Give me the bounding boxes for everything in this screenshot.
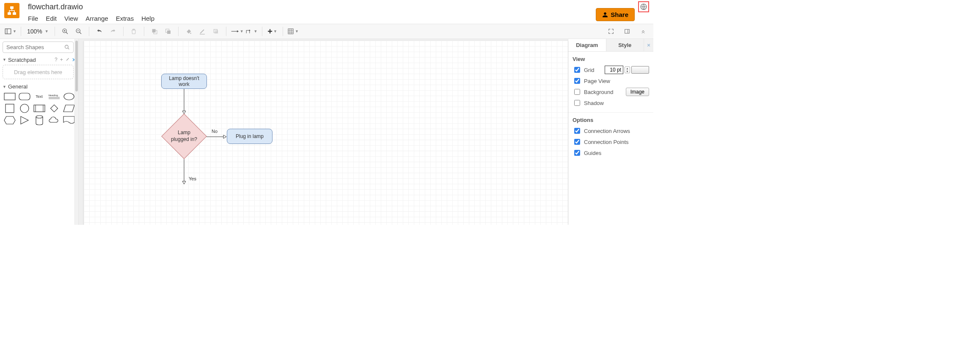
checkbox-page-view[interactable] [574,78,580,84]
checkbox-background[interactable] [574,89,580,95]
checkbox-grid[interactable] [574,67,580,73]
shape-cloud[interactable] [47,115,61,125]
panel-right-icon [624,28,630,34]
shape-diamond[interactable] [47,103,61,113]
scratchpad-help[interactable]: ? [55,57,58,63]
zoom-in-button[interactable] [59,25,71,37]
sidebar-scrollbar-thumb[interactable] [75,41,78,91]
svg-rect-1 [8,12,11,15]
menu-file[interactable]: File [28,15,38,22]
zoom-out-button[interactable] [73,25,85,37]
undo-button[interactable] [94,25,105,37]
shape-circle[interactable] [17,103,31,113]
edge-start-to-decision[interactable] [183,89,185,114]
format-panel-close[interactable]: × [644,39,653,51]
edge-decision-to-plug[interactable] [206,135,227,138]
shape-rounded-rectangle[interactable] [17,91,31,102]
insert-button[interactable]: +▼ [267,25,278,37]
checkbox-connection-points[interactable] [574,139,580,145]
node-decision-plugged-in[interactable]: Lampplugged in? [161,113,207,159]
header-right: Share [596,2,649,21]
shape-document[interactable] [62,115,76,125]
shape-ellipse[interactable] [62,91,76,102]
shape-hexagon[interactable] [3,115,17,125]
background-image-button[interactable]: Image [626,88,649,96]
scratchpad-add[interactable]: + [60,57,63,63]
shape-palette-general: Text Heading [3,91,78,125]
scratchpad-header[interactable]: ▼ Scratchpad ? + × [3,56,76,63]
shape-rectangle[interactable] [3,91,17,102]
canvas[interactable]: Lamp doesn't work Lampplugged in? No Plu… [79,39,568,225]
checkbox-shadow[interactable] [574,100,580,106]
label-connection-arrows: Connection Arrows [584,128,630,134]
grid-size-input[interactable] [605,66,623,74]
waypoint-style-button[interactable]: ▼ [245,25,258,37]
menu-edit[interactable]: Edit [46,15,57,22]
shape-text[interactable]: Text [32,91,46,102]
scratchpad-dropzone[interactable]: Drag elements here [3,65,74,79]
fill-color-button[interactable] [183,25,195,37]
general-header[interactable]: ▼ General [3,83,76,90]
node-lamp-doesnt-work[interactable]: Lamp doesn't work [161,74,207,89]
redo-button[interactable] [107,25,119,37]
svg-point-33 [64,93,74,100]
table-button[interactable]: ▼ [287,25,299,37]
menu-extras[interactable]: Extras [116,15,134,22]
section-options: Options Connection Arrows Connection Poi… [568,113,653,162]
share-button[interactable]: Share [596,8,635,21]
language-button[interactable] [639,3,648,11]
share-label: Share [611,11,628,18]
label-guides: Guides [584,150,601,156]
zoom-out-icon [75,28,82,35]
stepper-down-icon[interactable]: ▼ [625,70,630,73]
svg-point-29 [65,45,69,49]
menu-view[interactable]: View [64,15,78,22]
connection-style-button[interactable]: ▼ [231,25,244,37]
pencil-icon [66,57,70,61]
shape-square[interactable] [3,103,17,113]
document-title[interactable]: flowchart.drawio [28,2,596,11]
edge-label-no[interactable]: No [212,129,217,134]
svg-rect-4 [5,29,11,34]
tab-diagram[interactable]: Diagram [568,39,606,51]
grid-size-stepper[interactable]: ▲▼ [625,66,630,73]
zoom-select[interactable]: 100%▼ [25,28,50,35]
shape-cylinder[interactable] [32,115,46,125]
checkbox-connection-arrows[interactable] [574,128,580,134]
chevron-double-up-icon [641,28,646,34]
node-plug-in-lamp[interactable]: Plug in lamp [227,129,273,144]
shape-heading[interactable]: Heading [47,91,61,102]
shape-process[interactable] [32,103,46,113]
menu-arrange[interactable]: Arrange [85,15,108,22]
svg-rect-17 [200,34,205,34]
format-panel-toggle[interactable] [621,25,633,37]
stepper-up-icon[interactable]: ▲ [625,67,630,70]
to-front-button[interactable] [149,25,160,37]
tab-style[interactable]: Style [606,39,644,51]
line-color-button[interactable] [196,25,208,37]
svg-rect-31 [4,93,15,100]
menu-help[interactable]: Help [141,15,154,22]
fullscreen-button[interactable] [605,25,617,37]
sidebar-scrollbar[interactable] [74,39,78,225]
sidebar-toggle-button[interactable]: ▼ [4,25,17,37]
checkbox-guides[interactable] [574,150,580,156]
edge-label-yes[interactable]: Yes [189,176,196,181]
delete-button[interactable] [128,25,140,37]
to-back-button[interactable] [162,25,174,37]
shape-parallelogram[interactable] [62,103,76,113]
canvas-page[interactable]: Lamp doesn't work Lampplugged in? No Plu… [84,41,568,225]
person-icon [602,12,608,18]
scratchpad-edit[interactable] [66,57,70,63]
shape-text-label: Text [36,94,43,99]
shape-triangle[interactable] [17,115,31,125]
shadow-button[interactable] [210,25,222,37]
scratchpad-title: Scratchpad [8,57,55,63]
collapse-toolbar-button[interactable] [637,25,649,37]
grid-color-swatch[interactable] [631,66,649,74]
search-icon[interactable] [64,44,70,52]
redo-icon [110,28,116,34]
app-logo[interactable] [4,3,19,18]
edge-decision-down[interactable] [183,159,185,185]
search-shapes-input[interactable] [3,41,74,53]
